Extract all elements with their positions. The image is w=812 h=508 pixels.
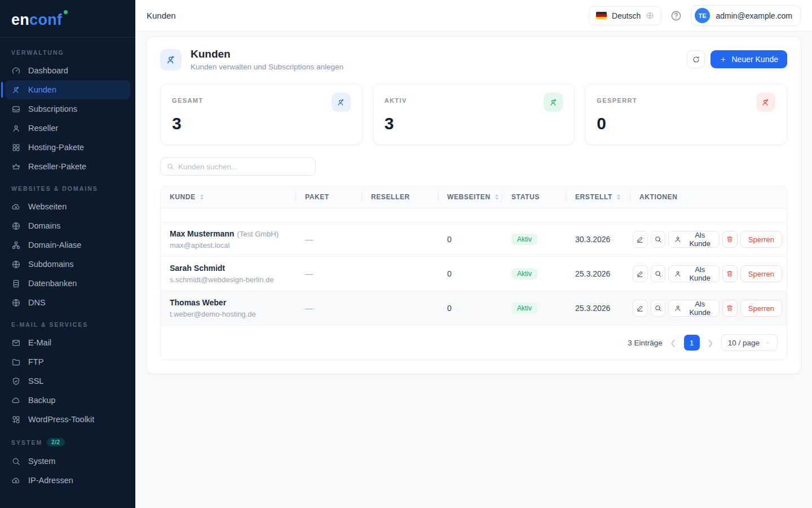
sidebar-item-hosting-pakete[interactable]: Hosting-Pakete — [5, 138, 130, 157]
edit-button[interactable] — [633, 265, 648, 282]
als-kunde-button[interactable]: Als Kunde — [668, 265, 720, 282]
sidebar-item-reseller[interactable]: Reseller — [5, 119, 130, 138]
section-badge: 2/2 — [47, 438, 64, 446]
sperren-button[interactable]: Sperren — [740, 265, 782, 282]
sidebar-item-dashboard[interactable]: Dashboard — [5, 61, 130, 80]
inspect-button[interactable] — [651, 300, 666, 317]
sidebar-item-subdomains[interactable]: Subdomains — [5, 255, 130, 274]
sidebar-item-label: System — [28, 457, 55, 466]
table-row: Sarah Schmidts.schmidt@webdesign-berlin.… — [161, 257, 787, 291]
refresh-button[interactable] — [687, 50, 705, 68]
prev-page-button[interactable]: ❮ — [669, 339, 678, 347]
sidebar-item-ssl[interactable]: SSL — [5, 371, 130, 391]
search-input[interactable] — [178, 163, 310, 171]
column-label: Reseller — [371, 193, 410, 201]
sidebar-section-label: Verwaltung — [5, 40, 130, 61]
sidebar-item-subscriptions[interactable]: Subscriptions — [5, 99, 130, 119]
delete-button[interactable] — [722, 265, 738, 282]
current-page-button[interactable]: 1 — [684, 335, 700, 351]
sidebar-item-wordpress-toolkit[interactable]: WordPress-Toolkit — [5, 410, 130, 429]
user-icon — [674, 270, 682, 278]
brand-logo-text: enconf — [11, 12, 62, 28]
sperren-button[interactable]: Sperren — [740, 300, 782, 317]
status-badge: Aktiv — [511, 268, 537, 279]
sidebar-item-webseiten[interactable]: Webseiten — [5, 197, 130, 216]
stats-row: Gesamt3Aktiv3Gesperrt0 — [160, 84, 787, 145]
globe-icon — [11, 298, 21, 308]
main-area: Kunden Deutsch TE admin@example.com Kund… — [135, 0, 812, 508]
next-page-button[interactable]: ❯ — [706, 339, 715, 347]
page-title: Kunden — [191, 48, 343, 60]
help-button[interactable] — [668, 8, 684, 24]
inspect-button[interactable] — [651, 265, 666, 282]
users-icon — [544, 93, 563, 112]
sidebar-item-kunden[interactable]: Kunden — [5, 80, 130, 99]
page-size-select[interactable]: 10 / page — [721, 334, 778, 351]
sidebar-item-backup[interactable]: Backup — [5, 391, 130, 410]
edit-button[interactable] — [633, 300, 648, 317]
sidebar-item-label: Datenbanken — [28, 279, 77, 288]
sidebar-section: E-Mail & ServicesE-MailFTPSSLBackupWordP… — [5, 312, 130, 429]
user-menu[interactable]: TE admin@example.com — [691, 5, 801, 26]
sort-carets-icon — [495, 194, 498, 200]
sidebar-item-ftp[interactable]: FTP — [5, 352, 130, 371]
globe-icon — [11, 221, 21, 231]
brand-logo: enconf — [0, 0, 135, 38]
sidebar-item-label: WordPress-Toolkit — [28, 415, 94, 424]
stat-card-gesperrt: Gesperrt0 — [585, 84, 787, 145]
sidebar-item-reseller-pakete[interactable]: Reseller-Pakete — [5, 157, 130, 176]
edit-button[interactable] — [633, 231, 648, 248]
customer-cell: Sarah Schmidts.schmidt@webdesign-berlin.… — [161, 257, 296, 291]
customer-name: Sarah Schmidt — [170, 264, 287, 273]
customers-table: KundePaketResellerWebseitenStatusErstell… — [160, 186, 787, 360]
als-kunde-button[interactable]: Als Kunde — [668, 231, 720, 248]
trash-icon — [726, 235, 734, 243]
webseiten-cell: 0 — [438, 228, 502, 251]
delete-button[interactable] — [722, 231, 738, 248]
column-header-webseiten[interactable]: Webseiten — [438, 186, 502, 208]
status-cell: Aktiv — [502, 296, 566, 321]
search-icon — [166, 163, 174, 170]
logo-dot-icon — [64, 10, 68, 14]
sort-carets-icon — [617, 194, 620, 200]
content: Kunden Kunden verwalten und Subscription… — [135, 32, 812, 508]
plus-icon — [720, 56, 727, 63]
user-icon — [11, 124, 21, 133]
page-heading: Kunden Kunden verwalten und Subscription… — [160, 48, 343, 71]
sidebar-item-domain-aliase[interactable]: Domain-Aliase — [5, 235, 130, 255]
status-cell: Aktiv — [502, 227, 566, 252]
search-row — [160, 157, 787, 176]
sidebar-item-ip-adressen[interactable]: IP-Adressen — [5, 471, 130, 490]
sidebar-item-label: Backup — [28, 396, 55, 405]
reseller-cell — [362, 233, 438, 246]
column-header-kunde[interactable]: Kunde — [161, 186, 296, 208]
sperren-button[interactable]: Sperren — [740, 231, 782, 248]
sidebar-section-label: System2/2 — [5, 429, 130, 452]
language-selector[interactable]: Deutsch — [589, 6, 661, 25]
new-customer-button[interactable]: Neuer Kunde — [710, 50, 787, 68]
als-kunde-label: Als Kunde — [686, 265, 714, 282]
sidebar-item-dns[interactable]: DNS — [5, 293, 130, 312]
sidebar-item-e-mail[interactable]: E-Mail — [5, 333, 130, 352]
delete-button[interactable] — [722, 300, 738, 317]
inspect-button[interactable] — [651, 231, 666, 248]
table-header: KundePaketResellerWebseitenStatusErstell… — [161, 186, 787, 208]
customers-icon — [160, 49, 182, 71]
sidebar-item-datenbanken[interactable]: Datenbanken — [5, 274, 130, 293]
crown-icon — [11, 162, 21, 172]
sidebar-item-label: Subscriptions — [28, 104, 77, 113]
sidebar-item-domains[interactable]: Domains — [5, 216, 130, 235]
sidebar-item-label: Webseiten — [28, 202, 67, 211]
sidebar-section-label: E-Mail & Services — [5, 312, 130, 333]
page-actions: Neuer Kunde — [687, 50, 787, 68]
sidebar-item-system[interactable]: System — [5, 452, 130, 471]
als-kunde-button[interactable]: Als Kunde — [668, 300, 720, 317]
customer-cell: Max Mustermann(Test GmbH)max@apitest.loc… — [161, 222, 296, 256]
table-row: Thomas Webert.weber@demo-hosting.de—0Akt… — [161, 291, 787, 326]
erstellt-cell: 25.3.2026 — [566, 297, 630, 319]
customer-email: t.weber@demo-hosting.de — [170, 310, 287, 318]
column-header-erstellt[interactable]: Erstellt — [566, 186, 630, 208]
topbar-title: Kunden — [147, 11, 176, 20]
table-body: Max Mustermann(Test GmbH)max@apitest.loc… — [161, 208, 787, 326]
logo-accent: conf — [29, 11, 62, 28]
